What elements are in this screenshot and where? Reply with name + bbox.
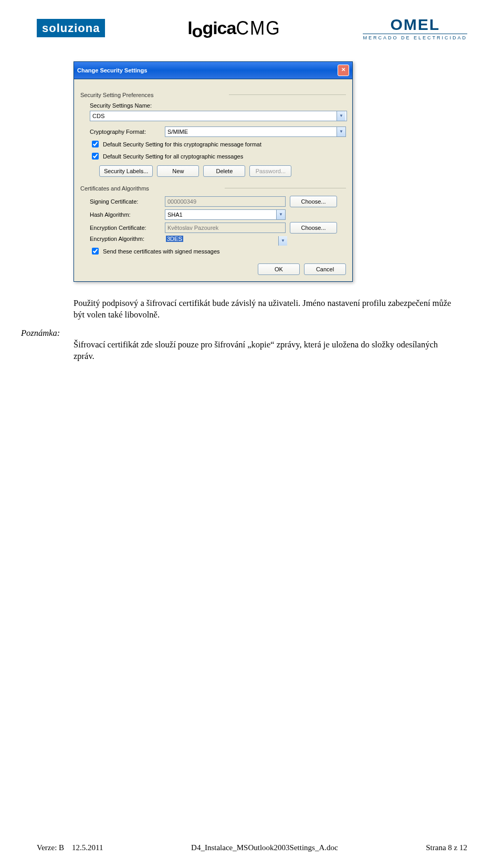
document-text: Použitý podpisový a šifrovací certifikát… <box>74 298 467 362</box>
password-button: Password... <box>249 165 291 177</box>
omel-big: OMEL <box>363 16 467 34</box>
dialog-titlebar[interactable]: Change Security Settings ✕ <box>74 62 352 79</box>
dialog-title: Change Security Settings <box>77 67 147 73</box>
doc-paragraph-2: Šifrovací certifikát zde slouží pouze pr… <box>74 339 452 363</box>
signing-cert-field <box>165 196 286 207</box>
checkbox-icon[interactable] <box>92 153 99 160</box>
soluziona-text: soluziona <box>37 19 105 37</box>
crypt-format-label: Cryptography Format: <box>90 129 161 135</box>
enc-cert-label: Encryption Certificate: <box>90 225 161 231</box>
header-logos: soluziona logicaCMG OMEL MERCADO DE ELEC… <box>37 16 467 40</box>
footer-center: D4_Instalace_MSOutlook2003Settings_A.doc <box>191 843 338 852</box>
choose-signing-button[interactable]: Choose... <box>290 196 337 207</box>
default-format-checkbox[interactable]: Default Security Setting for this crypto… <box>90 139 346 149</box>
chevron-down-icon[interactable]: ▼ <box>337 127 345 136</box>
send-certs-label: Send these certificates with signed mess… <box>103 248 220 255</box>
close-icon[interactable]: ✕ <box>338 65 349 76</box>
settings-name-label: Security Settings Name: <box>90 102 346 109</box>
security-settings-dialog: Change Security Settings ✕ Security Sett… <box>74 61 353 282</box>
ok-button[interactable]: OK <box>258 263 300 275</box>
default-format-label: Default Security Setting for this crypto… <box>103 141 261 147</box>
hash-algo-select[interactable] <box>165 209 286 220</box>
logica-logo: logicaCMG <box>187 18 281 38</box>
chevron-down-icon[interactable]: ▼ <box>278 236 287 246</box>
security-labels-button[interactable]: Security Labels... <box>99 165 153 177</box>
omel-small: MERCADO DE ELECTRICIDAD <box>363 34 467 40</box>
default-all-label: Default Security Setting for all cryptog… <box>103 153 243 160</box>
settings-name-input[interactable] <box>90 111 347 121</box>
page-footer: Verze: B 12.5.2011 D4_Instalace_MSOutloo… <box>37 843 467 852</box>
enc-algo-select[interactable]: 3DES <box>165 236 288 242</box>
hash-algo-label: Hash Algorithm: <box>90 211 161 218</box>
group-preferences-label: Security Setting Preferences <box>80 92 153 98</box>
footer-right: Strana 8 z 12 <box>426 843 467 852</box>
chevron-down-icon[interactable]: ▼ <box>337 111 345 121</box>
enc-cert-field <box>165 223 286 233</box>
footer-left: Verze: B 12.5.2011 <box>37 843 103 852</box>
chevron-down-icon[interactable]: ▼ <box>276 210 285 219</box>
enc-algo-value: 3DES <box>166 236 183 242</box>
crypt-format-select[interactable] <box>165 126 346 137</box>
group-certs-label: Certificates and Algorithms <box>80 185 149 192</box>
choose-enc-button[interactable]: Choose... <box>290 222 337 234</box>
checkbox-icon[interactable] <box>92 248 99 255</box>
note-label: Poznámka: <box>21 327 74 339</box>
soluziona-logo: soluziona <box>37 22 105 35</box>
checkbox-icon[interactable] <box>92 141 99 147</box>
delete-button[interactable]: Delete <box>203 165 245 177</box>
doc-paragraph-1: Použitý podpisový a šifrovací certifikát… <box>74 298 452 321</box>
new-button[interactable]: New <box>157 165 199 177</box>
default-all-checkbox[interactable]: Default Security Setting for all cryptog… <box>90 151 346 161</box>
signing-cert-label: Signing Certificate: <box>90 198 161 205</box>
send-certs-checkbox[interactable]: Send these certificates with signed mess… <box>90 246 346 256</box>
cancel-button[interactable]: Cancel <box>304 263 346 275</box>
enc-algo-label: Encryption Algorithm: <box>90 236 161 242</box>
omel-logo: OMEL MERCADO DE ELECTRICIDAD <box>363 16 467 40</box>
